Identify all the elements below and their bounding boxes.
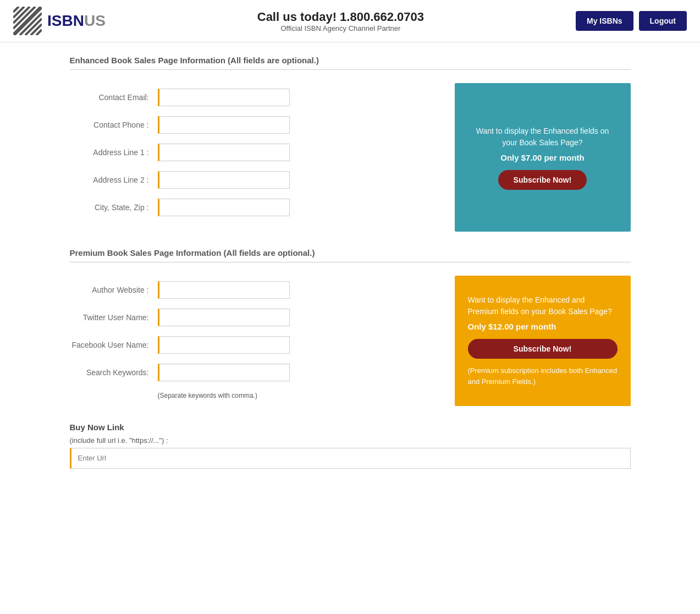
contact-phone-input[interactable]: [158, 116, 290, 134]
city-state-zip-row: City, State, Zip :: [70, 199, 444, 216]
enhanced-section: Enhanced Book Sales Page Information (Al…: [70, 56, 631, 232]
premium-section: Premium Book Sales Page Information (All…: [70, 248, 631, 406]
address2-input[interactable]: [158, 171, 290, 189]
logo-icon: [13, 7, 42, 35]
phone-number: Call us today! 1.800.662.0703: [257, 10, 424, 24]
enhanced-section-title: Enhanced Book Sales Page Information (Al…: [70, 56, 631, 70]
agency-subtitle: Official ISBN Agency Channel Partner: [257, 24, 424, 32]
logout-button[interactable]: Logout: [639, 11, 687, 31]
premium-form-area: Author Website : Twitter User Name: Face…: [70, 276, 444, 406]
city-state-zip-input[interactable]: [158, 199, 290, 216]
city-state-zip-label: City, State, Zip :: [70, 203, 158, 212]
logo-text: ISBNUS: [47, 12, 106, 30]
enhanced-box-text: Want to display the Enhanced fields on y…: [468, 125, 618, 149]
enhanced-section-body: Contact Email: Contact Phone : Address L…: [70, 83, 631, 232]
twitter-label: Twitter User Name:: [70, 313, 158, 322]
keywords-helper: (Separate keywords with comma.): [158, 391, 444, 401]
author-website-row: Author Website :: [70, 281, 444, 299]
address1-label: Address Line 1 :: [70, 148, 158, 157]
facebook-row: Facebook User Name:: [70, 336, 444, 354]
contact-email-row: Contact Email:: [70, 89, 444, 106]
premium-box-price: Only $12.00 per month: [468, 322, 556, 331]
buy-now-input[interactable]: [70, 448, 631, 469]
buy-now-title: Buy Now Link: [70, 423, 631, 432]
my-isbns-button[interactable]: My ISBNs: [576, 11, 633, 31]
author-website-label: Author Website :: [70, 286, 158, 294]
author-website-input[interactable]: [158, 281, 290, 299]
address1-row: Address Line 1 :: [70, 144, 444, 161]
enhanced-form-area: Contact Email: Contact Phone : Address L…: [70, 83, 444, 232]
logo-us: US: [84, 12, 106, 29]
keywords-label: Search Keywords:: [70, 368, 158, 377]
buy-now-label: (include full url i.e. "https://...") :: [70, 436, 631, 445]
enhanced-subscribe-button[interactable]: Subscribe Now!: [498, 170, 587, 190]
contact-phone-label: Contact Phone :: [70, 120, 158, 129]
enhanced-sidebar-box: Want to display the Enhanced fields on y…: [455, 83, 631, 232]
keywords-row: Search Keywords:: [70, 364, 444, 381]
logo-isbn: ISBN: [47, 12, 84, 29]
premium-section-body: Author Website : Twitter User Name: Face…: [70, 276, 631, 406]
premium-subscribe-button[interactable]: Subscribe Now!: [468, 339, 618, 359]
enhanced-box-price: Only $7.00 per month: [500, 153, 585, 162]
header-buttons: My ISBNs Logout: [576, 11, 687, 31]
premium-box-note: (Premium subscription includes both Enha…: [468, 365, 618, 387]
facebook-label: Facebook User Name:: [70, 341, 158, 349]
contact-email-input[interactable]: [158, 89, 290, 106]
contact-phone-row: Contact Phone :: [70, 116, 444, 134]
header: ISBNUS Call us today! 1.800.662.0703 Off…: [0, 0, 700, 42]
twitter-input[interactable]: [158, 309, 290, 326]
buy-now-section: Buy Now Link (include full url i.e. "htt…: [70, 423, 631, 469]
premium-sidebar-box: Want to display the Enhanced and Premium…: [455, 276, 631, 406]
contact-email-label: Contact Email:: [70, 93, 158, 102]
keywords-input[interactable]: [158, 364, 290, 381]
address1-input[interactable]: [158, 144, 290, 161]
premium-section-title: Premium Book Sales Page Information (All…: [70, 248, 631, 262]
main-content: Enhanced Book Sales Page Information (Al…: [48, 42, 653, 482]
premium-box-text: Want to display the Enhanced and Premium…: [468, 294, 618, 317]
facebook-input[interactable]: [158, 336, 290, 354]
logo-area: ISBNUS: [13, 7, 106, 35]
twitter-row: Twitter User Name:: [70, 309, 444, 326]
address2-row: Address Line 2 :: [70, 171, 444, 189]
header-center: Call us today! 1.800.662.0703 Official I…: [257, 10, 424, 32]
address2-label: Address Line 2 :: [70, 176, 158, 184]
